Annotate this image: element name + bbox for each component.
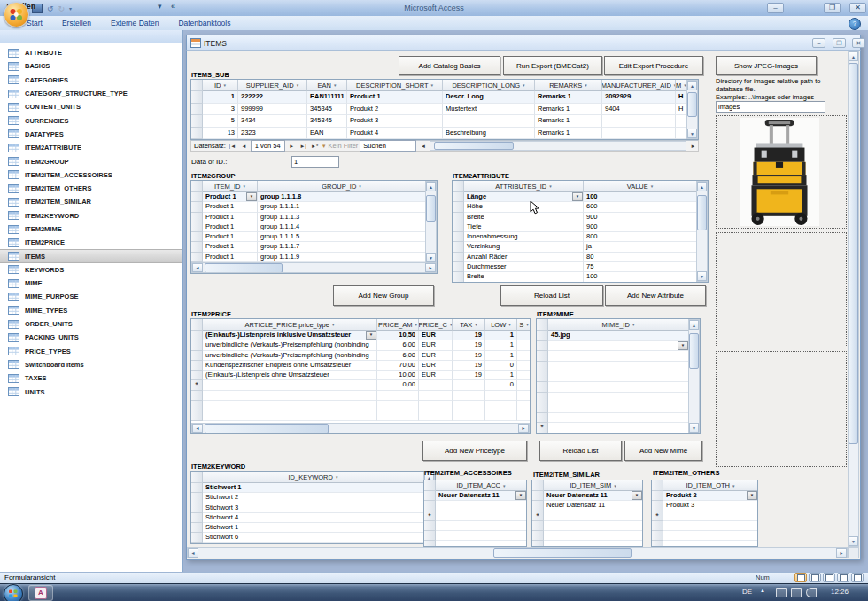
cell[interactable]: Innenabmessung xyxy=(464,232,584,242)
data-of-id-input[interactable]: 1 xyxy=(291,156,339,168)
cell[interactable]: group 1.1.1.3 xyxy=(258,213,426,222)
select-all-corner[interactable] xyxy=(537,319,548,331)
scroll-left-icon[interactable]: ◄ xyxy=(192,424,203,433)
cell[interactable] xyxy=(602,128,676,140)
image-path-input[interactable]: images xyxy=(716,101,825,113)
cell[interactable]: Anzahl Räder xyxy=(464,253,584,262)
cell[interactable]: Descr. Long xyxy=(443,91,535,104)
column-header[interactable]: ID_ITEM_OTH▾ xyxy=(663,480,758,491)
cell[interactable] xyxy=(453,401,485,410)
ribbon-tab-0[interactable]: Start xyxy=(27,19,43,27)
column-menu-icon[interactable]: ▾ xyxy=(431,82,434,88)
row-selector[interactable] xyxy=(453,253,464,262)
row-selector[interactable] xyxy=(537,331,548,341)
row-selector[interactable]: * xyxy=(191,380,203,390)
cell[interactable]: Tiefe xyxy=(464,222,584,232)
row-selector[interactable] xyxy=(191,242,203,252)
nav-pane-collapse-icon[interactable]: « xyxy=(171,2,175,11)
sidebar-item-units[interactable]: UNITS xyxy=(0,385,182,398)
cell[interactable] xyxy=(377,410,419,420)
scroll-down-icon[interactable]: ▼ xyxy=(697,271,707,281)
column-header[interactable]: SUPPLIER_AID▾ xyxy=(238,80,307,91)
sidebar-item-item2item-others[interactable]: ITEM2ITEM_OTHERS xyxy=(0,182,182,195)
scroll-right-icon[interactable]: ► xyxy=(425,263,436,272)
column-header[interactable]: ITEM_ID▾ xyxy=(203,181,258,192)
cell[interactable]: Höhe xyxy=(464,202,584,212)
row-selector[interactable] xyxy=(191,232,203,242)
cell[interactable] xyxy=(203,391,377,401)
row-selector[interactable] xyxy=(191,253,203,262)
column-header[interactable]: TAX▾ xyxy=(453,319,485,331)
combo-arrow-icon[interactable]: ▼ xyxy=(246,192,257,201)
cell[interactable]: 222222 xyxy=(238,91,307,104)
column-header[interactable]: GROUP_ID▾ xyxy=(258,181,426,192)
column-menu-icon[interactable]: ▾ xyxy=(614,483,616,488)
scroll-track[interactable] xyxy=(203,263,425,272)
cell[interactable] xyxy=(419,391,453,401)
cell[interactable]: 1 xyxy=(203,91,238,104)
column-menu-icon[interactable]: ▾ xyxy=(334,82,337,88)
start-button[interactable] xyxy=(4,584,23,601)
row-selector[interactable] xyxy=(191,533,203,542)
cell[interactable]: EAN111111 xyxy=(307,91,347,104)
sidebar-item-keywords[interactable]: KEYWORDS xyxy=(0,263,182,277)
item2item-accessoires-table[interactable]: ID_ITEM_ACC▾Neuer Datensatz 11▼* xyxy=(423,480,527,547)
items-sub-vscroll[interactable]: ▲▼ xyxy=(686,80,698,139)
cell[interactable]: 3434 xyxy=(238,115,307,128)
cell[interactable] xyxy=(548,413,689,424)
reload-list-button-2[interactable]: Reload List xyxy=(539,441,622,461)
column-menu-icon[interactable]: ▾ xyxy=(732,483,735,488)
cell[interactable]: Remarks 1 xyxy=(535,128,602,140)
cell[interactable]: EUR xyxy=(419,361,453,371)
item2mime-vscroll[interactable]: ▲▼ xyxy=(688,319,700,433)
column-header[interactable]: ID▾ xyxy=(203,80,238,91)
sidebar-item-content-units[interactable]: CONTENT_UNITS xyxy=(0,100,182,113)
row-selector[interactable] xyxy=(191,202,203,212)
nav-pane-menu-icon[interactable]: ▾ xyxy=(158,2,162,11)
ribbon-tab-1[interactable]: Erstellen xyxy=(62,19,91,27)
cell[interactable]: Durchmesser xyxy=(464,262,584,272)
row-selector[interactable] xyxy=(453,192,464,202)
row-selector[interactable] xyxy=(191,340,203,350)
cell[interactable]: Produkt 3 xyxy=(663,501,758,511)
cell[interactable]: 19 xyxy=(453,340,485,350)
cell[interactable]: EUR xyxy=(419,351,453,361)
cell[interactable]: 6,00 xyxy=(377,340,419,350)
cell[interactable] xyxy=(419,380,453,390)
cell[interactable] xyxy=(548,423,689,433)
nav-hscroll-thumb[interactable] xyxy=(434,142,514,150)
cell[interactable] xyxy=(377,401,419,410)
cell[interactable]: 345345 xyxy=(307,104,347,116)
design-view-button[interactable] xyxy=(851,573,864,582)
cell[interactable]: 10,00 xyxy=(377,371,419,380)
column-menu-icon[interactable]: ▾ xyxy=(526,322,529,327)
scroll-right-icon[interactable]: ► xyxy=(518,424,529,433)
row-selector[interactable] xyxy=(652,521,663,531)
row-selector[interactable] xyxy=(537,371,548,382)
cell[interactable]: Verzinkung xyxy=(464,242,584,252)
cell[interactable]: 45.jpg xyxy=(548,331,689,341)
tray-volume-icon[interactable] xyxy=(806,588,817,597)
scroll-down-icon[interactable]: ▼ xyxy=(689,423,699,433)
cell[interactable] xyxy=(436,531,527,541)
cell[interactable]: Product 1 xyxy=(203,213,258,222)
cell[interactable] xyxy=(443,115,535,128)
cell[interactable]: Product 1▼ xyxy=(203,192,258,202)
cell[interactable]: Product 1 xyxy=(203,232,258,242)
sidebar-item-mime-types[interactable]: MIME_TYPES xyxy=(0,304,182,317)
item2group-hscroll[interactable]: ◄► xyxy=(191,262,437,273)
cell[interactable] xyxy=(485,391,517,401)
record-position[interactable]: 1 von 54 xyxy=(251,140,285,152)
cell[interactable]: EUR xyxy=(419,371,453,380)
sidebar-item-item2item-accessoires[interactable]: ITEM2ITEM_ACCESSOIRES xyxy=(0,168,182,182)
row-selector[interactable] xyxy=(191,513,203,523)
datasheet-view-button[interactable] xyxy=(809,573,821,582)
column-header[interactable]: PRICE_C▾ xyxy=(419,319,453,331)
add-new-pricetype-button[interactable]: Add New Pricetype xyxy=(422,441,527,461)
cell[interactable]: Remarks 1 xyxy=(535,115,602,128)
select-all-corner[interactable] xyxy=(652,480,663,491)
column-menu-icon[interactable]: ▾ xyxy=(475,322,477,327)
last-record-icon[interactable]: ►| xyxy=(298,141,308,151)
form-view-button[interactable] xyxy=(794,573,807,582)
cell[interactable]: Remarks 1 xyxy=(535,104,602,116)
